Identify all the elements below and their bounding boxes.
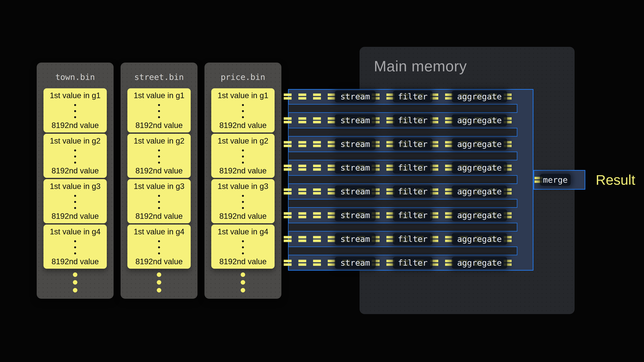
group-first-value-label: 1st value in g2 bbox=[127, 136, 191, 145]
group-last-value-label: 8192nd value bbox=[127, 166, 191, 175]
ellipsis-dot bbox=[242, 252, 244, 254]
ellipsis-dot bbox=[242, 207, 244, 209]
group-last-value-label: 8192nd value bbox=[44, 166, 107, 175]
filter-chip: filter bbox=[393, 162, 432, 174]
ellipsis-dot bbox=[242, 195, 244, 197]
group-block-g3: 1st value in g38192nd value bbox=[211, 179, 274, 223]
more-groups-dot bbox=[241, 280, 245, 285]
lane-separator bbox=[288, 175, 517, 184]
group-last-value-label: 8192nd value bbox=[127, 212, 191, 221]
ellipsis-dot bbox=[242, 110, 244, 112]
file-card-title: town.bin bbox=[37, 73, 114, 81]
group-last-value-label: 8192nd value bbox=[44, 257, 107, 266]
ellipsis-dot bbox=[74, 207, 76, 209]
filter-chip: filter bbox=[393, 233, 432, 245]
group-first-value-label: 1st value in g4 bbox=[211, 227, 274, 236]
ellipsis-dot bbox=[74, 156, 76, 157]
stream-chip: stream bbox=[335, 186, 376, 197]
stream-chip: stream bbox=[335, 138, 376, 150]
more-groups-dot bbox=[241, 288, 245, 293]
group-block-g4: 1st value in g48192nd value bbox=[44, 225, 107, 269]
ellipsis-dot bbox=[158, 252, 160, 254]
group-last-value-label: 8192nd value bbox=[44, 212, 107, 221]
ellipsis-dot bbox=[74, 104, 76, 106]
file-card-town-bin: town.bin1st value in g18192nd value1st v… bbox=[37, 62, 114, 299]
lane-separator bbox=[288, 152, 517, 160]
group-block-g2: 1st value in g28192nd value bbox=[127, 134, 191, 178]
result-label: Result bbox=[596, 173, 635, 187]
ellipsis-dot bbox=[242, 201, 244, 203]
more-groups-dot bbox=[73, 280, 78, 285]
group-first-value-label: 1st value in g3 bbox=[44, 182, 107, 191]
aggregate-chip: aggregate bbox=[452, 114, 507, 126]
ellipsis-dot bbox=[158, 104, 160, 106]
stream-chip: stream bbox=[335, 162, 376, 174]
group-last-value-label: 8192nd value bbox=[211, 166, 274, 175]
group-last-value-label: 8192nd value bbox=[127, 257, 191, 266]
more-groups-dot bbox=[157, 288, 161, 293]
group-last-value-label: 8192nd value bbox=[211, 257, 274, 266]
ellipsis-dot bbox=[158, 156, 160, 157]
ellipsis-dot bbox=[158, 207, 160, 209]
more-groups-dot bbox=[157, 280, 161, 285]
ellipsis-dot bbox=[158, 149, 160, 151]
ellipsis-dot bbox=[242, 116, 244, 118]
group-block-g1: 1st value in g18192nd value bbox=[211, 88, 274, 132]
ellipsis-dot bbox=[74, 252, 76, 254]
ellipsis-dot bbox=[242, 246, 244, 248]
aggregate-chip: aggregate bbox=[452, 91, 507, 102]
ellipsis-dot bbox=[158, 116, 160, 118]
group-last-value-label: 8192nd value bbox=[127, 121, 191, 130]
ellipsis-dot bbox=[242, 156, 244, 157]
filter-chip: filter bbox=[393, 209, 432, 221]
group-first-value-label: 1st value in g1 bbox=[127, 91, 191, 100]
ellipsis-dot bbox=[242, 240, 244, 242]
group-block-g2: 1st value in g28192nd value bbox=[44, 134, 107, 178]
group-first-value-label: 1st value in g1 bbox=[211, 91, 274, 100]
ellipsis-dot bbox=[242, 162, 244, 164]
ellipsis-dot bbox=[158, 110, 160, 112]
filter-chip: filter bbox=[393, 257, 432, 269]
group-block-g1: 1st value in g18192nd value bbox=[127, 88, 191, 132]
group-block-g3: 1st value in g38192nd value bbox=[127, 179, 191, 223]
group-last-value-label: 8192nd value bbox=[44, 121, 107, 130]
ellipsis-dot bbox=[158, 195, 160, 197]
group-first-value-label: 1st value in g2 bbox=[44, 136, 107, 145]
ellipsis-dot bbox=[74, 162, 76, 164]
stream-chip: stream bbox=[335, 209, 376, 221]
group-block-g3: 1st value in g38192nd value bbox=[44, 179, 107, 223]
group-last-value-label: 8192nd value bbox=[211, 212, 274, 221]
stream-chip: stream bbox=[335, 114, 376, 126]
aggregate-chip: aggregate bbox=[452, 257, 507, 269]
more-groups-dot bbox=[241, 273, 245, 277]
diagram-canvas: town.bin1st value in g18192nd value1st v… bbox=[0, 0, 644, 362]
ellipsis-dot bbox=[74, 195, 76, 197]
lane-separator bbox=[288, 223, 517, 232]
group-block-g2: 1st value in g28192nd value bbox=[211, 134, 274, 178]
filter-chip: filter bbox=[393, 114, 432, 126]
group-block-g1: 1st value in g18192nd value bbox=[44, 88, 107, 132]
ellipsis-dot bbox=[158, 246, 160, 248]
ellipsis-dot bbox=[74, 240, 76, 242]
file-card-title: price.bin bbox=[204, 73, 282, 81]
lane-separator bbox=[288, 247, 517, 255]
more-groups-dot bbox=[157, 273, 161, 277]
more-groups-dot bbox=[73, 273, 78, 277]
aggregate-chip: aggregate bbox=[452, 138, 507, 150]
group-first-value-label: 1st value in g4 bbox=[127, 227, 191, 236]
group-first-value-label: 1st value in g1 bbox=[44, 91, 107, 100]
main-memory-title: Main memory bbox=[374, 58, 467, 74]
ellipsis-dot bbox=[158, 240, 160, 242]
file-card-price-bin: price.bin1st value in g18192nd value1st … bbox=[204, 62, 282, 299]
ellipsis-dot bbox=[74, 201, 76, 203]
ellipsis-dot bbox=[74, 149, 76, 151]
group-first-value-label: 1st value in g3 bbox=[127, 182, 191, 191]
ellipsis-dot bbox=[74, 246, 76, 248]
aggregate-chip: aggregate bbox=[452, 186, 507, 197]
stream-chip: stream bbox=[335, 257, 376, 269]
merge-chip: merge bbox=[540, 174, 571, 186]
group-block-g4: 1st value in g48192nd value bbox=[127, 225, 191, 269]
ellipsis-dot bbox=[158, 201, 160, 203]
filter-chip: filter bbox=[393, 138, 432, 150]
more-groups-dot bbox=[73, 288, 78, 293]
